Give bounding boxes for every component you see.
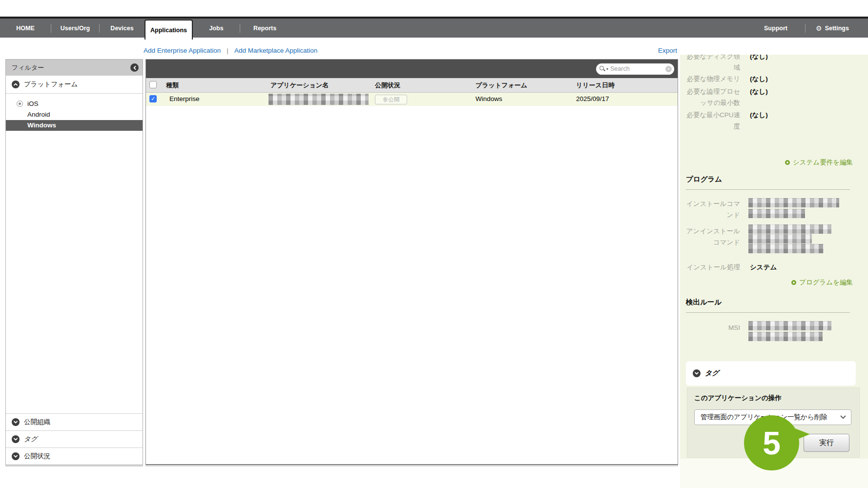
row-type-cell: Enterprise <box>169 95 200 102</box>
filter-section-publish-status-label: 公開状況 <box>24 452 50 461</box>
install-command-label: インストールコマンド <box>684 198 740 221</box>
top-navbar: HOME Users/Org Devices Applications Jobs… <box>0 17 868 38</box>
tags-section-toggle[interactable]: タグ <box>686 361 856 386</box>
edit-system-requirements-link[interactable]: システム要件を編集 <box>680 158 868 167</box>
nav-item-jobs[interactable]: Jobs <box>193 19 240 38</box>
nav-spacer <box>289 19 746 38</box>
sidebar-collapse-button[interactable] <box>130 63 139 72</box>
select-all-checkbox[interactable] <box>149 81 157 88</box>
collapsed-filter-sections: 公開組織 タグ 公開状況 <box>6 413 143 465</box>
nav-right-group: Support ⚙ Settings <box>746 19 859 38</box>
install-process-value: システム <box>750 262 777 273</box>
row-platform-cell: Windows <box>475 95 502 102</box>
green-bullet-icon <box>791 280 796 285</box>
column-header-publish-status: 公開状況 <box>375 81 400 90</box>
sysreq-cpu-speed-value: (なし) <box>750 109 768 121</box>
uninstall-command-redacted <box>748 244 824 253</box>
chevron-down-icon <box>12 435 20 443</box>
row-application-name-redacted <box>269 94 369 105</box>
chevron-down-icon <box>840 415 846 419</box>
filter-section-published-orgs[interactable]: 公開組織 <box>6 413 143 430</box>
filter-section-tags-label: タグ <box>24 435 38 444</box>
platform-option-windows-selected[interactable]: Windows <box>6 120 143 131</box>
chevron-down-icon <box>12 452 20 460</box>
platform-options: iOS Android Windows <box>6 94 143 131</box>
chevron-left-icon <box>133 66 137 70</box>
search-icon[interactable] <box>599 66 605 72</box>
clear-search-icon[interactable]: × <box>665 66 672 72</box>
nav-item-settings[interactable]: ⚙ Settings <box>806 19 859 38</box>
nav-item-support[interactable]: Support <box>746 19 805 38</box>
platform-option-android[interactable]: Android <box>6 109 143 120</box>
platform-option-windows-label: Windows <box>27 122 56 129</box>
sysreq-disk-value: (なし) <box>750 55 768 62</box>
applications-table: ▾ × 種類 アプリケーション名 公開状況 プラットフォーム リリース日時 ✓ … <box>145 59 678 465</box>
table-header-row: 種類 アプリケーション名 公開状況 プラットフォーム リリース日時 <box>146 78 678 93</box>
search-input[interactable] <box>609 65 664 73</box>
row-release-date-cell: 2025/09/17 <box>576 95 609 102</box>
radio-selected-icon <box>17 101 23 107</box>
link-separator: | <box>227 47 228 54</box>
filter-section-published-orgs-label: 公開組織 <box>24 418 50 427</box>
column-header-platform: プラットフォーム <box>475 81 527 90</box>
edit-program-link[interactable]: プログラムを編集 <box>680 278 868 287</box>
application-details-panel: 必要なディスク領域 (なし) 必要な物理メモリ (なし) 必要な論理プロセッサの… <box>680 55 868 459</box>
application-actions-bar: Add Enterprise Application | Add Marketp… <box>144 47 317 54</box>
publish-status-badge: 非公開 <box>375 95 407 104</box>
nav-item-users-org[interactable]: Users/Org <box>51 19 99 38</box>
nav-item-reports[interactable]: Reports <box>240 19 289 38</box>
column-header-release-date: リリース日時 <box>576 81 615 90</box>
nav-tab-applications-active[interactable]: Applications <box>145 20 193 40</box>
settings-label: Settings <box>825 25 849 32</box>
edit-program-label: プログラムを編集 <box>799 278 853 287</box>
install-command-redacted <box>748 198 839 207</box>
row-checkbox-checked[interactable]: ✓ <box>149 95 157 102</box>
table-row[interactable]: ✓ Enterprise 非公開 Windows 2025/09/17 <box>146 93 678 106</box>
section-divider <box>686 189 850 190</box>
program-section-title: プログラム <box>686 175 722 184</box>
column-header-type: 種類 <box>166 81 179 90</box>
filter-section-tags[interactable]: タグ <box>6 430 143 447</box>
msi-value-redacted <box>748 332 823 341</box>
add-enterprise-application-link[interactable]: Add Enterprise Application <box>144 47 221 54</box>
nav-item-devices[interactable]: Devices <box>100 19 145 38</box>
uninstall-command-label: アンインストールコマンド <box>684 225 740 248</box>
table-toolbar: ▾ × <box>146 60 678 78</box>
filter-section-platform[interactable]: プラットフォーム <box>6 76 143 94</box>
filter-section-publish-status[interactable]: 公開状況 <box>6 447 143 465</box>
uninstall-command-redacted <box>748 224 831 234</box>
platform-option-android-label: Android <box>27 111 50 118</box>
platform-option-ios[interactable]: iOS <box>6 99 143 109</box>
export-link[interactable]: Export <box>658 47 677 54</box>
app-window: HOME Users/Org Devices Applications Jobs… <box>0 0 868 488</box>
msi-value-redacted <box>748 321 831 330</box>
sysreq-memory-value: (なし) <box>750 73 768 84</box>
execute-button[interactable]: 実行 <box>804 434 849 452</box>
filter-title: フィルター <box>12 63 44 72</box>
nav-item-home[interactable]: HOME <box>0 19 51 38</box>
filter-sidebar: フィルター プラットフォーム iOS Android Windows <box>5 59 143 465</box>
platform-option-ios-label: iOS <box>27 100 39 107</box>
chevron-down-icon <box>12 418 20 426</box>
section-divider <box>686 312 850 313</box>
sysreq-processors-value: (なし) <box>750 86 768 97</box>
edit-system-requirements-label: システム要件を編集 <box>793 158 853 167</box>
operations-title: このアプリケーションの操作 <box>694 394 782 403</box>
install-process-label: インストール処理 <box>684 262 740 273</box>
filter-section-platform-label: プラットフォーム <box>24 80 78 89</box>
chevron-down-icon <box>693 369 701 377</box>
uninstall-command-redacted <box>748 234 812 244</box>
sysreq-disk-label: 必要なディスク領域 <box>684 55 740 73</box>
filter-header: フィルター <box>6 60 143 76</box>
search-scope-dropdown-icon[interactable]: ▾ <box>606 67 608 71</box>
tags-section-label: タグ <box>705 369 719 378</box>
detection-rules-section-title: 検出ルール <box>686 298 722 307</box>
chevron-up-icon <box>12 81 20 88</box>
gear-icon: ⚙ <box>816 25 822 32</box>
sysreq-processors-label: 必要な論理プロセッサの最小数 <box>684 86 740 108</box>
sysreq-memory-label: 必要な物理メモリ <box>684 73 740 84</box>
search-box: ▾ × <box>596 63 674 75</box>
add-marketplace-application-link[interactable]: Add Marketplace Application <box>234 47 317 54</box>
msi-label: MSI <box>684 322 740 333</box>
step-badge: 5 <box>744 415 799 470</box>
